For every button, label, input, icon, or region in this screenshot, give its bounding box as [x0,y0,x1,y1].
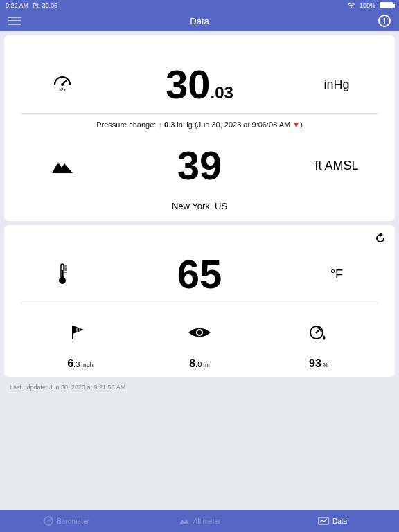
tab-barometer-label: Barometer [57,517,89,525]
thermometer-icon [21,262,104,287]
svg-line-1 [62,80,66,85]
svg-rect-5 [62,270,63,280]
menu-icon[interactable] [8,17,21,25]
altitude-value: 39 [104,145,295,186]
battery-pct: 100% [360,2,375,9]
mountain-icon [21,155,104,176]
tab-data[interactable]: Data [266,517,399,525]
status-date: Pt. 30.06 [33,2,57,9]
wind-icon [21,320,140,345]
svg-point-15 [316,332,318,334]
eye-icon [140,320,259,345]
temperature-row: 65 °F [21,238,378,303]
pressure-change: Pressure change: ↑ 0.3 inHg (Jun 30, 202… [21,113,378,129]
info-icon[interactable]: i [378,15,391,27]
barometer-tab-icon [44,516,53,526]
weather-card: 65 °F 6.3mph 8.0mi 93% [4,225,395,377]
wind-item: 6.3mph [21,320,140,370]
header: Data i [0,10,399,31]
tab-altimeter[interactable]: Altimeter [133,517,266,525]
temperature-unit: °F [295,267,378,282]
tab-altimeter-label: Altimeter [193,517,220,525]
pressure-altitude-card: hPa 30.03 inHg Pressure change: ↑ 0.3 in… [4,35,395,221]
tab-bar: Barometer Altimeter Data [0,510,399,532]
altimeter-tab-icon [179,517,190,525]
status-time: 9:22 AM [6,2,28,9]
visibility-item: 8.0mi [140,320,259,370]
tab-barometer[interactable]: Barometer [0,516,133,526]
tab-data-label: Data [332,517,347,525]
altitude-unit: ft AMSL [295,159,378,173]
humidity-icon [259,320,378,345]
wifi-icon [347,2,355,8]
temperature-value: 65 [104,254,295,294]
altitude-row: 39 ft AMSL [21,129,378,194]
last-update: Last udpdate: Jun 30, 2023 at 9:21:56 AM [4,381,395,391]
location-label: New York, US [21,194,378,214]
pressure-row: hPa 30.03 inHg [21,48,378,113]
pressure-value: 30.03 [104,64,295,105]
humidity-item: 93% [259,320,378,370]
pressure-unit: inHg [295,78,378,92]
page-title: Data [190,16,209,26]
data-tab-icon [318,517,329,525]
gauge-icon: hPa [21,73,104,96]
svg-text:hPa: hPa [60,87,66,91]
svg-line-17 [48,519,51,521]
refresh-icon[interactable] [374,232,387,245]
battery-icon [380,2,393,8]
weather-stats: 6.3mph 8.0mi 93% [21,303,378,370]
status-bar: 9:22 AM Pt. 30.06 100% [0,0,399,10]
svg-point-12 [197,330,202,335]
